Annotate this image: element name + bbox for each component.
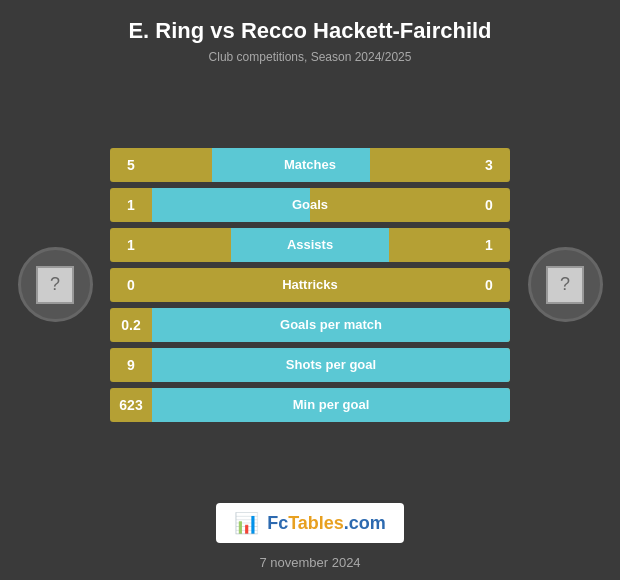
stat-left-val-5: 9 <box>110 348 152 382</box>
stat-bar-3: Hattricks <box>152 268 468 302</box>
right-avatar-circle: ? <box>528 247 603 322</box>
stat-left-val-3: 0 <box>110 268 152 302</box>
stat-left-val-4: 0.2 <box>110 308 152 342</box>
stat-left-val-2: 1 <box>110 228 152 262</box>
stat-row-0: 5 Matches 3 <box>110 148 510 182</box>
header: E. Ring vs Recco Hackett-Fairchild Club … <box>0 0 620 74</box>
stat-bar-1: Goals <box>152 188 468 222</box>
stat-bar-0: Matches <box>152 148 468 182</box>
stat-label-3: Hattricks <box>152 277 468 292</box>
left-avatar-placeholder: ? <box>36 266 74 304</box>
stat-left-val-0: 5 <box>110 148 152 182</box>
stat-label-1: Goals <box>152 197 468 212</box>
right-player-avatar: ? <box>515 247 615 322</box>
stat-row-1: 1 Goals 0 <box>110 188 510 222</box>
logo-icon: 📊 <box>234 511 259 535</box>
stat-bar-4: Goals per match <box>152 308 510 342</box>
left-player-avatar: ? <box>5 247 105 322</box>
stat-right-val-1: 0 <box>468 188 510 222</box>
stat-bar-2: Assists <box>152 228 468 262</box>
stat-row-4: 0.2 Goals per match <box>110 308 510 342</box>
logo-section: 📊 FcTables.com <box>0 495 620 547</box>
page-title: E. Ring vs Recco Hackett-Fairchild <box>10 18 610 44</box>
stat-left-val-1: 1 <box>110 188 152 222</box>
logo-text: FcTables.com <box>267 513 386 534</box>
stat-bar-6: Min per goal <box>152 388 510 422</box>
stat-row-2: 1 Assists 1 <box>110 228 510 262</box>
date-section: 7 november 2024 <box>259 547 360 580</box>
stat-right-val-0: 3 <box>468 148 510 182</box>
stat-row-5: 9 Shots per goal <box>110 348 510 382</box>
left-avatar-circle: ? <box>18 247 93 322</box>
page-container: E. Ring vs Recco Hackett-Fairchild Club … <box>0 0 620 580</box>
main-section: ? 5 Matches 3 1 Goals <box>0 74 620 495</box>
stat-left-val-6: 623 <box>110 388 152 422</box>
stat-label-0: Matches <box>152 157 468 172</box>
stat-right-val-3: 0 <box>468 268 510 302</box>
stats-area: 5 Matches 3 1 Goals 0 1 <box>105 148 515 422</box>
stat-label-5: Shots per goal <box>152 357 510 372</box>
stat-label-2: Assists <box>152 237 468 252</box>
stat-label-4: Goals per match <box>152 317 510 332</box>
logo-box: 📊 FcTables.com <box>216 503 404 543</box>
stat-row-3: 0 Hattricks 0 <box>110 268 510 302</box>
stat-label-6: Min per goal <box>152 397 510 412</box>
stat-bar-5: Shots per goal <box>152 348 510 382</box>
stat-right-val-2: 1 <box>468 228 510 262</box>
page-subtitle: Club competitions, Season 2024/2025 <box>10 50 610 64</box>
stat-row-6: 623 Min per goal <box>110 388 510 422</box>
right-avatar-placeholder: ? <box>546 266 584 304</box>
